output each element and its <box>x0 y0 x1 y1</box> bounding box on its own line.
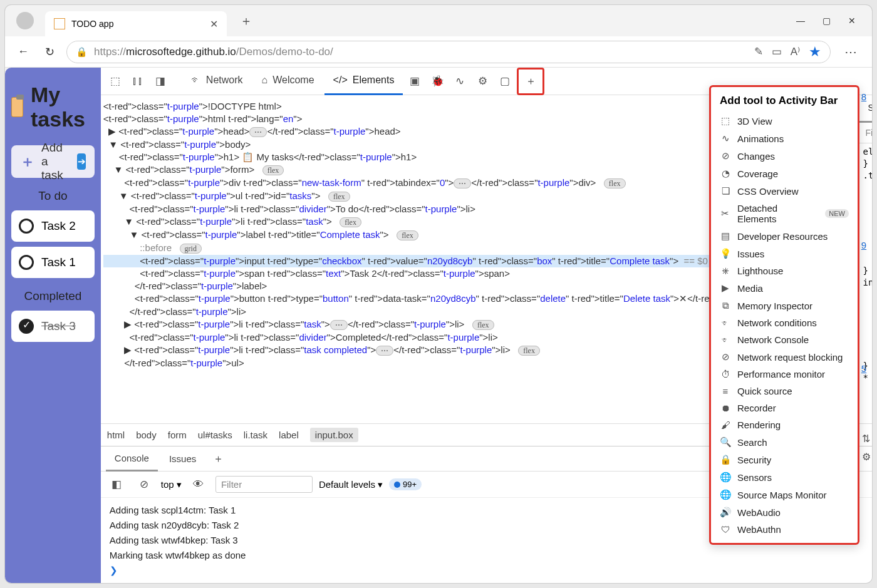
popup-item[interactable]: 🔍Search <box>711 433 858 451</box>
task-item[interactable]: Task 1 <box>11 247 95 278</box>
popup-item[interactable]: 🛡WebAuthn <box>711 521 858 538</box>
tool-icon: ∿ <box>720 133 731 144</box>
code-icon: </> <box>333 75 348 86</box>
add-task-placeholder: Add a task <box>41 141 71 182</box>
popup-item[interactable]: ⊘Changes <box>711 147 858 165</box>
tab-console[interactable]: Console <box>106 446 158 472</box>
popup-item[interactable]: ▤Developer Resources <box>711 227 858 245</box>
popup-item[interactable]: ⬚3D View <box>711 112 858 130</box>
browser-tab[interactable]: TODO app ✕ <box>45 11 227 36</box>
tab-welcome[interactable]: ⌂Welcome <box>253 68 323 95</box>
favicon <box>54 18 65 29</box>
popup-item[interactable]: ⧉Memory Inspector <box>711 297 858 314</box>
live-expression-icon[interactable]: 👁 <box>188 474 209 495</box>
crumb[interactable]: label <box>279 430 299 440</box>
task-item[interactable]: Task 2 <box>11 210 95 242</box>
crumb[interactable]: form <box>168 430 187 440</box>
popup-item[interactable]: ∿Animations <box>711 130 858 147</box>
settings-more-icon[interactable]: ⋯ <box>838 44 863 59</box>
tab-elements[interactable]: </>Elements <box>324 68 403 95</box>
popup-item[interactable]: ⏺Recorder <box>711 400 858 416</box>
refresh-button[interactable]: ↻ <box>40 43 59 61</box>
settings-icon[interactable]: ⚙ <box>862 451 871 463</box>
popup-item[interactable]: ᯤNetwork Console <box>711 331 858 348</box>
new-tab-button[interactable]: ＋ <box>236 10 257 31</box>
popup-item[interactable]: 🔊WebAudio <box>711 503 858 521</box>
inspect-icon[interactable]: ⬚ <box>105 71 126 92</box>
tab-network[interactable]: ᯤNetwork <box>182 68 252 95</box>
popup-item[interactable]: ⛯Lighthouse <box>711 262 858 279</box>
crumb[interactable]: ul#tasks <box>198 430 232 440</box>
gear-icon[interactable]: ⚙ <box>472 71 493 92</box>
issues-badge[interactable]: 99+ <box>389 478 422 490</box>
read-aloud-icon[interactable]: A⁾ <box>791 45 800 58</box>
add-console-tab-icon[interactable]: ＋ <box>207 448 229 470</box>
popup-item[interactable]: ᯤNetwork conditions <box>711 314 858 331</box>
clipboard-icon <box>11 97 23 117</box>
performance-icon[interactable]: ∿ <box>449 71 470 92</box>
lock-icon: 🔒 <box>76 46 88 58</box>
tool-icon: ▤ <box>720 230 731 242</box>
console-filter[interactable]: Filter <box>215 476 313 493</box>
edit-icon[interactable]: ✎ <box>754 45 763 58</box>
tab-title: TODO app <box>71 19 113 29</box>
sidebar-toggle-icon[interactable]: ◧ <box>106 474 127 495</box>
tool-icon: ✂ <box>720 208 731 219</box>
popup-item[interactable]: 🌐Sensors <box>711 468 858 486</box>
back-button[interactable]: ← <box>14 43 33 61</box>
checkbox-icon[interactable] <box>19 255 34 270</box>
popup-item[interactable]: ◔Coverage <box>711 165 858 182</box>
tool-icon: 🔍 <box>720 436 731 448</box>
popup-item[interactable]: ⊘Network request blocking <box>711 348 858 366</box>
section-todo: To do <box>11 183 95 205</box>
crumb[interactable]: li.task <box>244 430 267 440</box>
clear-console-icon[interactable]: ⊘ <box>133 474 155 495</box>
toolbar: ← ↻ 🔒 https://microsoftedge.github.io/De… <box>5 36 872 68</box>
titlebar: TODO app ✕ ＋ — ▢ ✕ <box>5 5 872 36</box>
add-tool-popup: Add tool to Activity Bar ⬚3D View∿Animat… <box>709 85 859 545</box>
context-selector[interactable]: top ▾ <box>161 479 182 490</box>
popup-item[interactable]: ⏱Performance monitor <box>711 366 858 383</box>
profile-avatar[interactable] <box>16 12 34 29</box>
checkbox-icon[interactable] <box>19 319 34 334</box>
tool-icon: ≡ <box>720 386 731 396</box>
popup-item[interactable]: 🌐Source Maps Monitor <box>711 486 858 503</box>
tool-icon: ⧉ <box>720 300 731 311</box>
tab-issues[interactable]: Issues <box>160 446 205 472</box>
console-icon[interactable]: ▣ <box>404 71 425 92</box>
device-icon[interactable]: ⫿⫿ <box>127 71 148 92</box>
tool-icon: ⏺ <box>720 403 731 413</box>
popup-item[interactable]: 🔒Security <box>711 451 858 468</box>
minimize-icon[interactable]: — <box>796 16 805 26</box>
checkbox-icon[interactable] <box>19 219 34 234</box>
popup-item[interactable]: 🖌Rendering <box>711 416 858 433</box>
log-levels[interactable]: Default levels ▾ <box>319 479 383 490</box>
more-tools-icon[interactable]: ⋯ <box>871 71 872 92</box>
submit-icon[interactable]: ➔ <box>77 153 86 170</box>
favorite-icon[interactable]: ★ <box>809 44 821 60</box>
app-icon[interactable]: ▭ <box>772 45 782 58</box>
tool-icon: 🔊 <box>720 507 731 518</box>
bug-icon[interactable]: 🐞 <box>427 71 448 92</box>
toggle-icon[interactable]: ⇅ <box>862 433 871 445</box>
address-bar[interactable]: 🔒 https://microsoftedge.github.io/Demos/… <box>66 41 831 63</box>
maximize-icon[interactable]: ▢ <box>823 16 831 26</box>
tool-icon: ⊘ <box>720 150 731 162</box>
crumb[interactable]: body <box>136 430 157 440</box>
application-icon[interactable]: ▢ <box>494 71 516 92</box>
popup-item[interactable]: ≡Quick source <box>711 383 858 400</box>
dock-icon[interactable]: ◨ <box>150 71 171 92</box>
popup-item[interactable]: ✂Detached Elements NEW <box>711 200 858 227</box>
close-window-icon[interactable]: ✕ <box>848 16 856 26</box>
crumb[interactable]: html <box>107 430 125 440</box>
tool-icon: ᯤ <box>720 334 731 345</box>
tool-icon: ◔ <box>720 168 731 179</box>
popup-item[interactable]: 💡Issues <box>711 245 858 262</box>
task-item-completed[interactable]: Task 3 <box>11 311 95 342</box>
popup-item[interactable]: ▶Media <box>711 279 858 297</box>
crumb[interactable]: input.box <box>310 428 358 442</box>
close-tab-icon[interactable]: ✕ <box>210 18 218 30</box>
popup-item[interactable]: ❏CSS Overview <box>711 182 858 200</box>
add-tool-button[interactable]: ＋ <box>517 68 544 95</box>
add-task-input[interactable]: ＋ Add a task ➔ <box>11 145 95 178</box>
